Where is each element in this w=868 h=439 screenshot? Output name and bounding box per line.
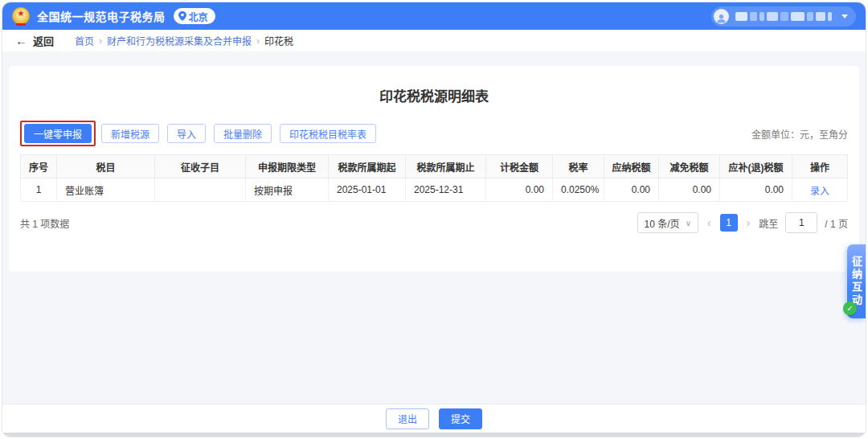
app-title: 全国统一规范电子税务局 <box>37 8 166 24</box>
breadcrumb-bar: ← 返回 首页 › 财产和行为税税源采集及合并申报 › 印花税 <box>2 30 866 51</box>
table-row: 1 营业账簿 按期申报 2025-01-01 2025-12-31 0.00 0… <box>21 178 848 202</box>
add-tax-source-button[interactable]: 新增税源 <box>101 124 159 143</box>
cell-tax-payable: 0.00 <box>604 178 659 202</box>
one-click-zero-declare-button[interactable]: 一键零申报 <box>24 124 92 143</box>
col-taxable-amount: 计税金额 <box>486 155 553 178</box>
col-tax-reduction: 减免税额 <box>659 155 720 178</box>
table-footer: 共 1 项数据 10 条/页 ∨ ‹ 1 › 跳至 / 1 页 <box>20 212 848 233</box>
back-button[interactable]: 返回 <box>33 33 54 48</box>
user-name-redacted <box>735 12 832 21</box>
main-content: 印花税税源明细表 一键零申报 新增税源 导入 批量删除 印花税税目税率表 金额单… <box>2 51 866 404</box>
breadcrumb-separator-icon: › <box>99 35 102 47</box>
row-entry-link[interactable]: 录入 <box>810 186 829 197</box>
page-number-button[interactable]: 1 <box>720 214 738 232</box>
prev-page-button[interactable]: ‹ <box>706 216 713 229</box>
location-selector[interactable]: 北京 <box>174 8 215 24</box>
col-tax-payable: 应纳税额 <box>604 155 659 178</box>
toolbar: 一键零申报 新增税源 导入 批量删除 印花税税目税率表 金额单位：元，至角分 <box>20 121 848 146</box>
top-header-bar: ★ 全国统一规范电子税务局 北京 <box>2 2 866 30</box>
cell-supplement-refund: 0.00 <box>720 178 792 202</box>
stamp-tax-card: 印花税税源明细表 一键零申报 新增税源 导入 批量删除 印花税税目税率表 金额单… <box>9 66 859 272</box>
amount-unit-note: 金额单位：元，至角分 <box>751 127 848 141</box>
user-account-menu[interactable] <box>711 6 856 27</box>
total-pages-label: / 1 页 <box>825 216 848 230</box>
cell-tax-reduction: 0.00 <box>659 178 720 202</box>
cell-period-type: 按期申报 <box>246 178 329 202</box>
jump-to-label: 跳至 <box>759 216 778 230</box>
cell-period-end: 2025-12-31 <box>406 178 486 202</box>
cell-tax-rate: 0.0250% <box>553 178 604 202</box>
col-period-start: 税款所属期起 <box>329 155 406 178</box>
import-button[interactable]: 导入 <box>167 124 206 143</box>
batch-delete-button[interactable]: 批量删除 <box>214 124 272 143</box>
tax-source-table: 序号 税目 征收子目 申报期限类型 税款所属期起 税款所属期止 计税金额 税率 … <box>20 154 848 202</box>
tax-interaction-label: 征纳互动 <box>847 256 866 307</box>
breadcrumb-collection[interactable]: 财产和行为税税源采集及合并申报 <box>107 34 252 47</box>
table-header-row: 序号 税目 征收子目 申报期限类型 税款所属期起 税款所属期止 计税金额 税率 … <box>21 155 848 178</box>
cell-seq: 1 <box>21 178 57 202</box>
stamp-tax-rate-table-button[interactable]: 印花税税目税率表 <box>280 124 376 143</box>
tax-interaction-tab[interactable]: 征纳互动 ✓ <box>847 244 866 318</box>
location-pin-icon <box>178 11 186 21</box>
breadcrumb-separator-icon: › <box>256 35 260 47</box>
breadcrumb: 首页 › 财产和行为税税源采集及合并申报 › 印花税 <box>75 34 293 47</box>
breadcrumb-current: 印花税 <box>264 34 293 47</box>
col-period-end: 税款所属期止 <box>406 155 486 178</box>
interaction-badge-icon: ✓ <box>843 302 857 315</box>
cell-taxable-amount: 0.00 <box>486 178 553 202</box>
cell-period-start: 2025-01-01 <box>329 178 406 202</box>
cell-sub-item <box>155 178 246 202</box>
bottom-action-bar: 退出 提交 <box>2 404 866 433</box>
annotation-highlight-box: 一键零申报 <box>20 121 96 146</box>
col-supplement-refund: 应补(退)税额 <box>720 155 792 178</box>
submit-button[interactable]: 提交 <box>439 408 482 429</box>
page-title: 印花税税源明细表 <box>20 66 848 105</box>
page-size-select[interactable]: 10 条/页 ∨ <box>637 212 698 233</box>
col-tax-item: 税目 <box>57 155 155 178</box>
total-count-label: 共 1 项数据 <box>20 216 69 230</box>
col-sub-item: 征收子目 <box>155 155 246 178</box>
col-tax-rate: 税率 <box>553 155 604 178</box>
next-page-button[interactable]: › <box>745 216 752 229</box>
app-window: ★ 全国统一规范电子税务局 北京 <box>2 2 866 437</box>
exit-button[interactable]: 退出 <box>386 408 429 429</box>
window-bottom-edge <box>2 433 866 437</box>
col-seq: 序号 <box>21 155 57 178</box>
breadcrumb-home[interactable]: 首页 <box>75 34 94 47</box>
pagination: 10 条/页 ∨ ‹ 1 › 跳至 / 1 页 <box>637 212 848 233</box>
tax-bureau-emblem-icon: ★ <box>12 7 30 25</box>
jump-page-input[interactable] <box>785 212 817 233</box>
location-label: 北京 <box>189 10 208 23</box>
user-avatar-icon <box>714 9 729 24</box>
cell-tax-item: 营业账簿 <box>57 178 155 202</box>
col-period-type: 申报期限类型 <box>246 155 329 178</box>
select-caret-icon: ∨ <box>686 219 691 228</box>
back-arrow-icon[interactable]: ← <box>15 34 27 47</box>
user-menu-caret-icon <box>841 14 848 18</box>
col-operation: 操作 <box>792 155 848 178</box>
